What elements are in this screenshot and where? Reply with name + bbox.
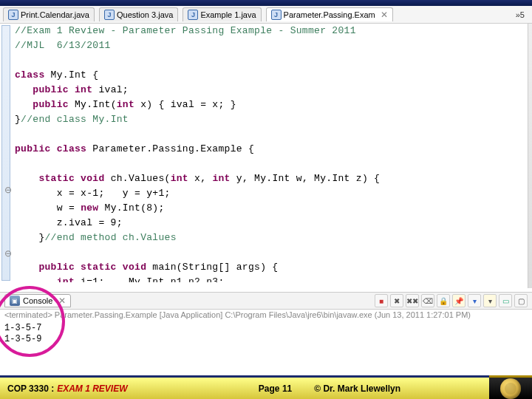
- java-icon: J: [104, 10, 115, 20]
- java-icon: J: [8, 10, 18, 20]
- console-title: Console: [23, 296, 52, 305]
- course-code: COP 3330 :: [7, 383, 54, 394]
- fold-marker-icon[interactable]: ⊖: [4, 248, 12, 259]
- console-toolbar: ■ ✖ ✖✖ ⌫ 🔒 📌 ▾ ▾ ▭ ▢: [375, 294, 528, 307]
- pin-console-icon[interactable]: 📌: [452, 294, 466, 307]
- minimize-icon[interactable]: ▭: [499, 294, 512, 307]
- console-icon: ▣: [10, 296, 20, 306]
- remove-terminated-icon[interactable]: ✖: [390, 294, 403, 307]
- maximize-icon[interactable]: ▢: [514, 294, 528, 307]
- console-status: <terminated> Parameter.Passing.Example […: [4, 310, 528, 319]
- slide-footer: COP 3330 : EXAM 1 REVIEW Page 11 © Dr. M…: [0, 375, 532, 399]
- code-editor[interactable]: //Exam 1 Review - Parameter Passing Exam…: [15, 24, 528, 282]
- vertical-scrollbar[interactable]: [528, 24, 532, 288]
- tab-parameterpassing[interactable]: J Parameter.Passing.Exam ✕: [266, 7, 393, 21]
- editor-gutter: [1, 25, 10, 281]
- footer-right: [489, 375, 532, 399]
- window-top-border: [0, 0, 532, 6]
- tab-example1[interactable]: J Example 1.java: [183, 7, 261, 21]
- remove-all-icon[interactable]: ✖✖: [406, 294, 419, 307]
- footer-mid: Page 11 © Dr. Mark Llewellyn: [170, 375, 489, 399]
- ucf-logo: [500, 378, 521, 399]
- credit: © Dr. Mark Llewellyn: [314, 383, 400, 394]
- tab-printcalendar[interactable]: J Print.Calendar.java: [3, 7, 95, 21]
- display-selected-icon[interactable]: ▾: [468, 294, 481, 307]
- console-output: 1-3-5-7 1-3-5-9: [4, 323, 41, 345]
- page-number: Page 11: [259, 383, 292, 394]
- editor-tabs: J Print.Calendar.java J Question 3.java …: [0, 6, 532, 24]
- overflow-chevron-icon[interactable]: »5: [511, 10, 529, 19]
- tab-label: Print.Calendar.java: [21, 10, 89, 19]
- tab-question3[interactable]: J Question 3.java: [99, 7, 178, 21]
- review-label: EXAM 1 REVIEW: [57, 383, 127, 394]
- scroll-lock-icon[interactable]: 🔒: [437, 294, 450, 307]
- console-bar: ▣ Console ✕ ■ ✖ ✖✖ ⌫ 🔒 📌 ▾ ▾ ▭ ▢: [0, 292, 532, 310]
- close-icon[interactable]: ✕: [58, 296, 66, 306]
- close-icon[interactable]: ✕: [381, 10, 388, 20]
- open-console-icon[interactable]: ▾: [483, 294, 497, 307]
- fold-marker-icon[interactable]: ⊖: [4, 185, 12, 195]
- console-tab[interactable]: ▣ Console ✕: [4, 294, 71, 307]
- tab-label: Example 1.java: [200, 10, 256, 19]
- tab-label: Question 3.java: [117, 10, 173, 19]
- java-icon: J: [271, 10, 282, 20]
- terminate-icon[interactable]: ■: [375, 294, 388, 307]
- clear-console-icon[interactable]: ⌫: [421, 294, 434, 307]
- tab-label: Parameter.Passing.Exam: [284, 10, 375, 19]
- footer-left: COP 3330 : EXAM 1 REVIEW: [0, 375, 170, 399]
- java-icon: J: [188, 10, 198, 20]
